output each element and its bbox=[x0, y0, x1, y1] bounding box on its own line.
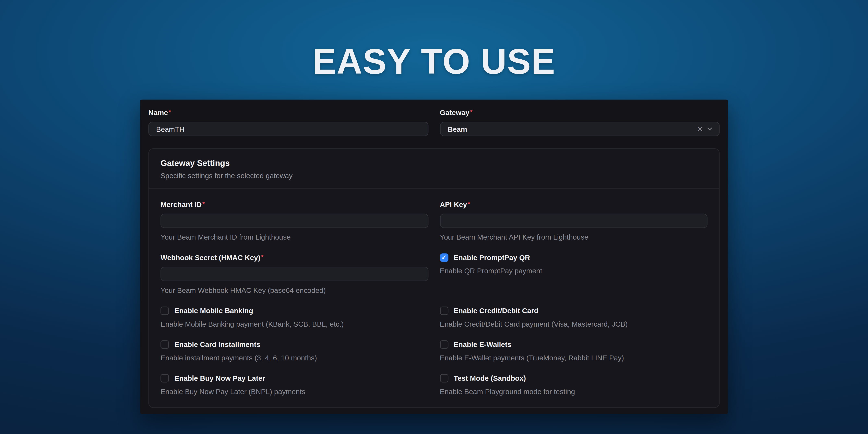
gateway-settings-card: Gateway Settings Specific settings for t… bbox=[148, 148, 719, 408]
credit-card-checkbox-row[interactable]: Enable Credit/Debit Card bbox=[440, 307, 708, 315]
api-key-label: API Key* bbox=[440, 200, 708, 209]
promptpay-checkbox-row[interactable]: ✓ Enable PromptPay QR bbox=[440, 253, 708, 262]
webhook-secret-label: Webhook Secret (HMAC Key)* bbox=[160, 253, 428, 262]
promptpay-helper: Enable QR PromptPay payment bbox=[440, 267, 708, 275]
test-mode-checkbox-row[interactable]: Test Mode (Sandbox) bbox=[440, 374, 708, 382]
mobile-banking-helper: Enable Mobile Banking payment (KBank, SC… bbox=[160, 320, 428, 328]
required-asterisk: * bbox=[470, 108, 472, 116]
clear-icon[interactable]: ✕ bbox=[694, 124, 706, 134]
bnpl-checkbox-row[interactable]: Enable Buy Now Pay Later bbox=[160, 374, 428, 382]
name-label: Name* bbox=[148, 108, 428, 117]
merchant-id-label: Merchant ID* bbox=[160, 200, 428, 209]
mobile-banking-checkbox-group: Enable Mobile Banking Enable Mobile Bank… bbox=[160, 307, 428, 328]
required-asterisk: * bbox=[202, 200, 205, 208]
gateway-settings-title: Gateway Settings bbox=[160, 158, 708, 167]
installments-helper: Enable installment payments (3, 4, 6, 10… bbox=[160, 354, 428, 362]
credit-card-checkbox[interactable] bbox=[440, 307, 448, 315]
page-background: EASY TO USE Name* Gateway* Beam ✕ bbox=[0, 0, 868, 434]
webhook-secret-label-text: Webhook Secret (HMAC Key) bbox=[160, 253, 260, 262]
ewallets-checkbox[interactable] bbox=[440, 340, 448, 349]
test-mode-label: Test Mode (Sandbox) bbox=[454, 374, 526, 382]
gateway-settings-body: Merchant ID* Your Beam Merchant ID from … bbox=[149, 189, 719, 407]
credit-card-checkbox-group: Enable Credit/Debit Card Enable Credit/D… bbox=[440, 307, 708, 328]
gateway-select[interactable]: Beam ✕ bbox=[440, 122, 720, 136]
mobile-banking-checkbox[interactable] bbox=[160, 307, 169, 315]
test-mode-helper: Enable Beam Playground mode for testing bbox=[440, 388, 708, 396]
api-key-label-text: API Key bbox=[440, 200, 467, 209]
mobile-banking-label: Enable Mobile Banking bbox=[174, 307, 253, 315]
bnpl-helper: Enable Buy Now Pay Later (BNPL) payments bbox=[160, 388, 428, 396]
credit-card-helper: Enable Credit/Debit Card payment (Visa, … bbox=[440, 320, 708, 328]
webhook-secret-field-group: Webhook Secret (HMAC Key)* Your Beam Web… bbox=[160, 253, 428, 294]
test-mode-checkbox-group: Test Mode (Sandbox) Enable Beam Playgrou… bbox=[440, 374, 708, 396]
test-mode-checkbox[interactable] bbox=[440, 374, 448, 382]
ewallets-label: Enable E-Wallets bbox=[454, 340, 512, 349]
installments-checkbox-row[interactable]: Enable Card Installments bbox=[160, 340, 428, 349]
chevron-down-icon[interactable] bbox=[706, 125, 714, 133]
gateway-settings-header: Gateway Settings Specific settings for t… bbox=[149, 149, 719, 189]
page-title: EASY TO USE bbox=[0, 41, 868, 82]
promptpay-checkbox[interactable]: ✓ bbox=[440, 253, 448, 262]
api-key-helper: Your Beam Merchant API Key from Lighthou… bbox=[440, 233, 708, 241]
promptpay-label: Enable PromptPay QR bbox=[454, 253, 530, 262]
webhook-secret-input[interactable] bbox=[160, 267, 428, 281]
ewallets-helper: Enable E-Wallet payments (TrueMoney, Rab… bbox=[440, 354, 708, 362]
gateway-label-text: Gateway bbox=[440, 108, 469, 117]
ewallets-checkbox-group: Enable E-Wallets Enable E-Wallet payment… bbox=[440, 340, 708, 362]
merchant-id-label-text: Merchant ID bbox=[160, 200, 202, 209]
name-field-group: Name* bbox=[148, 108, 428, 136]
installments-label: Enable Card Installments bbox=[174, 340, 260, 349]
required-asterisk: * bbox=[168, 108, 171, 116]
gateway-selected-value: Beam bbox=[447, 125, 694, 133]
gateway-field-group: Gateway* Beam ✕ bbox=[440, 108, 720, 136]
required-asterisk: * bbox=[468, 200, 470, 208]
webhook-secret-helper: Your Beam Webhook HMAC Key (base64 encod… bbox=[160, 286, 428, 294]
merchant-id-input[interactable] bbox=[160, 214, 428, 228]
name-label-text: Name bbox=[148, 108, 168, 117]
required-asterisk: * bbox=[261, 253, 264, 261]
gateway-label: Gateway* bbox=[440, 108, 720, 117]
top-fields-row: Name* Gateway* Beam ✕ bbox=[148, 108, 719, 136]
credit-card-label: Enable Credit/Debit Card bbox=[454, 307, 538, 315]
bnpl-checkbox[interactable] bbox=[160, 374, 169, 382]
api-key-field-group: API Key* Your Beam Merchant API Key from… bbox=[440, 200, 708, 241]
installments-checkbox-group: Enable Card Installments Enable installm… bbox=[160, 340, 428, 362]
gateway-settings-subtitle: Specific settings for the selected gatew… bbox=[160, 172, 708, 180]
name-input[interactable] bbox=[148, 122, 428, 136]
mobile-banking-checkbox-row[interactable]: Enable Mobile Banking bbox=[160, 307, 428, 315]
promptpay-checkbox-group: ✓ Enable PromptPay QR Enable QR PromptPa… bbox=[440, 253, 708, 275]
installments-checkbox[interactable] bbox=[160, 340, 169, 349]
bnpl-checkbox-group: Enable Buy Now Pay Later Enable Buy Now … bbox=[160, 374, 428, 396]
ewallets-checkbox-row[interactable]: Enable E-Wallets bbox=[440, 340, 708, 349]
gateway-form-panel: Name* Gateway* Beam ✕ Gateway Setti bbox=[140, 100, 728, 414]
bnpl-label: Enable Buy Now Pay Later bbox=[174, 374, 265, 382]
check-icon: ✓ bbox=[441, 255, 446, 261]
merchant-id-helper: Your Beam Merchant ID from Lighthouse bbox=[160, 233, 428, 241]
api-key-input[interactable] bbox=[440, 214, 708, 228]
merchant-id-field-group: Merchant ID* Your Beam Merchant ID from … bbox=[160, 200, 428, 241]
